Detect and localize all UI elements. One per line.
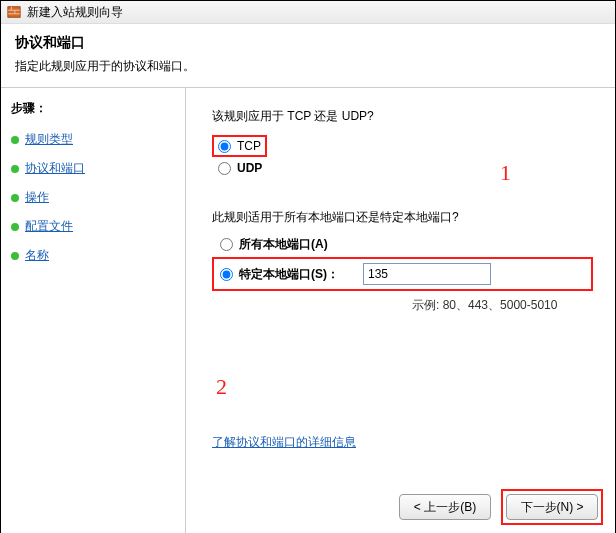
window-title: 新建入站规则向导: [27, 4, 123, 21]
firewall-icon: [7, 5, 21, 19]
annotation-1: 1: [500, 160, 511, 186]
sidebar-item-label[interactable]: 操作: [25, 189, 49, 206]
radio-specific-ports-label: 特定本地端口(S)：: [239, 266, 339, 283]
radio-row-udp[interactable]: UDP: [218, 161, 593, 175]
page-title: 协议和端口: [15, 34, 601, 52]
sidebar-item-name[interactable]: 名称: [11, 247, 175, 264]
radio-tcp[interactable]: [218, 140, 231, 153]
sidebar-item-label[interactable]: 配置文件: [25, 218, 73, 235]
radio-specific-ports[interactable]: [220, 268, 233, 281]
sidebar-item-rule-type[interactable]: 规则类型: [11, 131, 175, 148]
sidebar-item-label[interactable]: 协议和端口: [25, 160, 85, 177]
back-button[interactable]: < 上一步(B): [399, 494, 491, 520]
question-protocol: 该规则应用于 TCP 还是 UDP?: [212, 108, 593, 125]
question-ports: 此规则适用于所有本地端口还是特定本地端口?: [212, 209, 593, 226]
sidebar-item-protocol-ports[interactable]: 协议和端口: [11, 160, 175, 177]
ports-example: 示例: 80、443、5000-5010: [412, 297, 593, 314]
page-subtitle: 指定此规则应用于的协议和端口。: [15, 58, 601, 75]
bullet-icon: [11, 194, 19, 202]
wizard-footer: < 上一步(B) 下一步(N) >: [399, 489, 603, 525]
learn-more-row: 了解协议和端口的详细信息: [212, 434, 356, 451]
learn-more-link[interactable]: 了解协议和端口的详细信息: [212, 434, 356, 451]
radio-row-all-ports[interactable]: 所有本地端口(A): [220, 236, 593, 253]
sidebar-item-label[interactable]: 规则类型: [25, 131, 73, 148]
wizard-window: 新建入站规则向导 协议和端口 指定此规则应用于的协议和端口。 步骤： 规则类型 …: [0, 0, 616, 533]
steps-heading: 步骤：: [11, 100, 175, 117]
radio-all-ports[interactable]: [220, 238, 233, 251]
sidebar-item-label[interactable]: 名称: [25, 247, 49, 264]
titlebar: 新建入站规则向导: [1, 1, 615, 24]
annotation-2: 2: [216, 374, 227, 400]
radio-udp-label: UDP: [237, 161, 262, 175]
wizard-header: 协议和端口 指定此规则应用于的协议和端口。: [1, 24, 615, 88]
radio-udp[interactable]: [218, 162, 231, 175]
radio-all-ports-label: 所有本地端口(A): [239, 236, 328, 253]
specific-ports-input[interactable]: [363, 263, 491, 285]
highlight-box-2: 特定本地端口(S)：: [212, 257, 593, 291]
bullet-icon: [11, 165, 19, 173]
wizard-sidebar: 步骤： 规则类型 协议和端口 操作 配置文件 名称: [1, 88, 186, 533]
bullet-icon: [11, 136, 19, 144]
bullet-icon: [11, 223, 19, 231]
wizard-body: 步骤： 规则类型 协议和端口 操作 配置文件 名称: [1, 88, 615, 533]
svg-rect-0: [8, 7, 20, 18]
bullet-icon: [11, 252, 19, 260]
sidebar-item-action[interactable]: 操作: [11, 189, 175, 206]
wizard-content: 该规则应用于 TCP 还是 UDP? TCP 1 UDP 此规则适用于所有本地端…: [186, 88, 615, 533]
next-button[interactable]: 下一步(N) >: [506, 494, 598, 520]
radio-tcp-label: TCP: [237, 139, 261, 153]
sidebar-item-profile[interactable]: 配置文件: [11, 218, 175, 235]
highlight-box-3: 下一步(N) >: [501, 489, 603, 525]
highlight-box-1: TCP: [212, 135, 267, 157]
section-ports: 此规则适用于所有本地端口还是特定本地端口? 2 所有本地端口(A) 特定本地端口…: [212, 209, 593, 314]
